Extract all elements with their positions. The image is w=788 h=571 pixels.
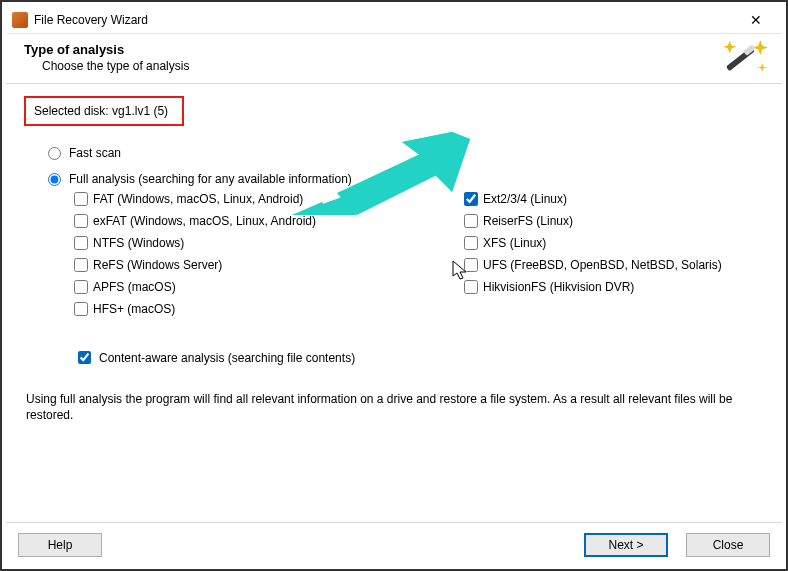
fs-checkbox-exfat[interactable]: exFAT (Windows, macOS, Linux, Android) (74, 214, 454, 228)
page-subtitle: Choose the type of analysis (42, 59, 764, 73)
svg-marker-0 (723, 41, 736, 53)
fs-checkbox-hikvisionfs[interactable]: HikvisionFS (Hikvision DVR) (464, 280, 764, 294)
content-area: Selected disk: vg1.lv1 (5) Fast scan Ful… (6, 84, 782, 431)
explanation-text: Using full analysis the program will fin… (26, 391, 762, 423)
close-button[interactable]: Close (686, 533, 770, 557)
app-icon (12, 12, 28, 28)
fs-checkbox-ntfs[interactable]: NTFS (Windows) (74, 236, 454, 250)
radio-fast-scan[interactable]: Fast scan (48, 146, 764, 160)
next-button[interactable]: Next > (584, 533, 668, 557)
content-aware-checkbox[interactable]: Content-aware analysis (searching file c… (74, 348, 764, 367)
fs-checkbox-ext[interactable]: Ext2/3/4 (Linux) (464, 192, 764, 206)
page-title: Type of analysis (24, 42, 764, 57)
fs-checkbox-fat[interactable]: FAT (Windows, macOS, Linux, Android) (74, 192, 454, 206)
full-analysis-radio[interactable] (48, 173, 61, 186)
radio-full-analysis[interactable]: Full analysis (searching for any availab… (48, 172, 764, 186)
wizard-header: Type of analysis Choose the type of anal… (6, 34, 782, 83)
titlebar: File Recovery Wizard ✕ (6, 6, 782, 34)
svg-marker-2 (757, 63, 767, 73)
footer-bar: Help Next > Close (6, 522, 782, 563)
fs-checkbox-ufs[interactable]: UFS (FreeBSD, OpenBSD, NetBSD, Solaris) (464, 258, 764, 272)
window-title: File Recovery Wizard (34, 13, 736, 27)
selected-disk-label: Selected disk: vg1.lv1 (5) (34, 104, 168, 118)
selected-disk-highlight: Selected disk: vg1.lv1 (5) (24, 96, 184, 126)
window-close-button[interactable]: ✕ (736, 12, 776, 28)
fs-checkbox-reiserfs[interactable]: ReiserFS (Linux) (464, 214, 764, 228)
help-button[interactable]: Help (18, 533, 102, 557)
full-analysis-label: Full analysis (searching for any availab… (69, 172, 352, 186)
fs-checkbox-xfs[interactable]: XFS (Linux) (464, 236, 764, 250)
fs-checkbox-apfs[interactable]: APFS (macOS) (74, 280, 454, 294)
fs-checkbox-refs[interactable]: ReFS (Windows Server) (74, 258, 454, 272)
fast-scan-radio[interactable] (48, 147, 61, 160)
filesystem-grid: FAT (Windows, macOS, Linux, Android) Ext… (74, 192, 764, 316)
fs-checkbox-hfsplus[interactable]: HFS+ (macOS) (74, 302, 454, 316)
wizard-wand-icon (722, 38, 768, 80)
fast-scan-label: Fast scan (69, 146, 121, 160)
svg-marker-1 (753, 40, 768, 55)
